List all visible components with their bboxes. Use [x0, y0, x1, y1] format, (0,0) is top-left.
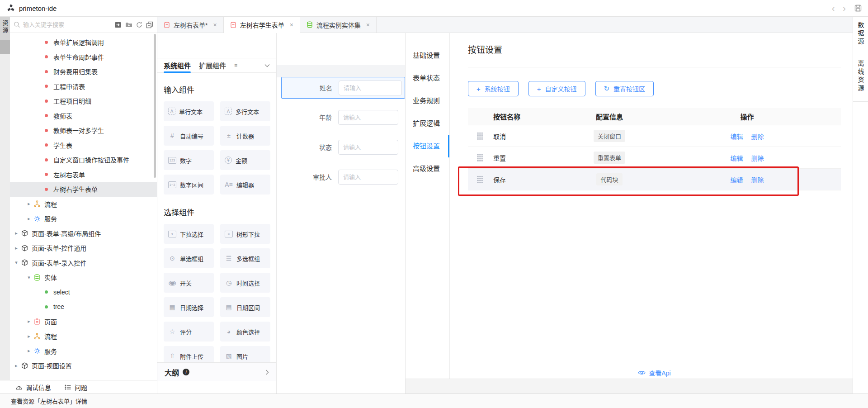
palette-tab[interactable]: 系统组件 [164, 58, 191, 72]
palette-item[interactable]: ▾ 下拉选择 [164, 224, 214, 244]
collapse-all-icon[interactable] [146, 21, 153, 28]
palette-tab[interactable]: 扩展组件 [199, 58, 226, 72]
palette-item[interactable]: ▤ 日期区间 [220, 297, 270, 317]
right-dock-tab[interactable]: 离线资源 [853, 55, 868, 102]
view-api-link[interactable]: 查看Api [638, 368, 670, 377]
form-field-row[interactable]: 姓名 [281, 77, 405, 99]
palette-item[interactable]: ⊙ 单选框组 [164, 248, 214, 268]
editor-tab[interactable]: 流程实例实体集 × [300, 17, 377, 33]
add-button[interactable]: + 系统按钮 [468, 81, 519, 96]
field-input[interactable] [338, 170, 398, 185]
chevron-right-icon[interactable] [265, 370, 269, 375]
delete-link[interactable]: 删除 [751, 133, 764, 140]
tree-item[interactable]: 页面-视图设置 [10, 358, 157, 373]
palette-item[interactable]: A≡ 编辑器 [220, 175, 270, 195]
expand-arrow-icon[interactable] [25, 333, 33, 339]
palette-item[interactable]: # 自动编号 [164, 126, 214, 146]
palette-item[interactable]: ▦ 日期选择 [164, 297, 214, 317]
tree-scrollbar[interactable] [154, 34, 156, 178]
tree-item[interactable]: 教师表 [10, 109, 157, 123]
refresh-icon[interactable] [136, 21, 143, 28]
drag-handle-icon[interactable] [477, 176, 483, 183]
tree-item[interactable]: 实体 [10, 270, 157, 285]
form-field-row[interactable]: 审批人 [281, 169, 405, 185]
tree-item[interactable]: 财务费用归集表 [10, 64, 157, 79]
tree-item[interactable]: 表单扩展逻辑调用 [10, 35, 157, 50]
delete-link[interactable]: 删除 [751, 176, 764, 184]
drag-handle-icon[interactable] [477, 132, 483, 140]
expand-arrow-icon[interactable] [25, 275, 33, 280]
palette-item[interactable]: 123 数字 [164, 150, 214, 170]
settings-nav-item[interactable]: 高级设置 [406, 157, 449, 180]
settings-nav-item[interactable]: 业务规则 [406, 90, 449, 112]
editor-tab[interactable]: 左树右表单* × [157, 17, 224, 33]
tree-item[interactable]: 流程 [10, 197, 157, 212]
new-folder-icon[interactable] [125, 21, 132, 28]
chevron-down-icon[interactable] [264, 64, 270, 67]
tab-close-icon[interactable]: × [366, 21, 370, 28]
tree-item[interactable]: 学生表 [10, 138, 157, 153]
tab-close-icon[interactable]: × [213, 21, 217, 28]
settings-nav-item[interactable]: 扩展逻辑 [406, 112, 449, 135]
search-input[interactable] [23, 21, 114, 28]
expand-arrow-icon[interactable] [13, 363, 20, 369]
palette-item[interactable]: A 单行文本 [164, 101, 214, 121]
expand-arrow-icon[interactable] [25, 216, 33, 222]
palette-item[interactable]: A 多行文本 [220, 101, 270, 121]
palette-item[interactable]: ± 计数器 [220, 126, 270, 146]
edit-link[interactable]: 编辑 [731, 133, 743, 140]
form-field-row[interactable]: 状态 [281, 139, 405, 155]
settings-nav-item[interactable]: 基础设置 [406, 44, 449, 67]
problems-button[interactable]: 问题 [65, 383, 87, 392]
palette-menu-icon[interactable]: ≡ [234, 62, 237, 69]
palette-item[interactable]: ☆ 评分 [164, 322, 214, 342]
tree-item[interactable]: 页面-表单-高级/布局组件 [10, 226, 157, 241]
tree-item[interactable]: 页面 [10, 314, 157, 329]
tree-item[interactable]: 表单生命周起事件 [10, 50, 157, 65]
import-resource-icon[interactable] [114, 21, 122, 28]
palette-item[interactable]: ◉ 开关 [164, 273, 214, 293]
tree-item[interactable]: select [10, 285, 157, 300]
outline-bar[interactable]: 大纲 i [157, 362, 276, 381]
tree-item[interactable]: 流程 [10, 329, 157, 344]
debug-info-button[interactable]: 调试信息 [15, 383, 51, 392]
tree-item[interactable]: 页面-表单-控件通用 [10, 241, 157, 256]
resources-vertical-tab[interactable]: 资源 [0, 17, 10, 40]
right-dock-tab[interactable]: 数据源 [853, 17, 868, 55]
forward-arrow-icon[interactable]: › [839, 4, 850, 13]
field-input[interactable] [338, 140, 398, 155]
edit-link[interactable]: 编辑 [731, 176, 743, 184]
tree-item[interactable]: 自定义窗口操作按钮及事件 [10, 152, 157, 167]
settings-nav-item[interactable]: 表单状态 [406, 67, 449, 90]
tree-item[interactable]: 左树右表单 [10, 167, 157, 182]
expand-arrow-icon[interactable] [13, 230, 20, 236]
tree-item[interactable]: 服务 [10, 344, 157, 359]
expand-arrow-icon[interactable] [13, 260, 20, 266]
palette-item[interactable]: ◷ 时间选择 [220, 273, 270, 293]
expand-arrow-icon[interactable] [25, 201, 33, 207]
palette-item[interactable]: 1~3 数字区间 [164, 175, 214, 195]
expand-arrow-icon[interactable] [25, 318, 33, 324]
editor-tab[interactable]: 左树右学生表单 × [224, 17, 300, 33]
field-input[interactable] [339, 81, 402, 95]
settings-nav-item[interactable]: 按钮设置 [406, 135, 449, 157]
save-icon[interactable] [854, 5, 862, 12]
edit-link[interactable]: 编辑 [731, 155, 743, 162]
palette-item[interactable]: ◕ 颜色选择 [220, 322, 270, 342]
back-arrow-icon[interactable]: ‹ [828, 4, 839, 13]
tree-item[interactable]: 页面-表单-录入控件 [10, 256, 157, 270]
palette-item[interactable]: ¥ 金额 [220, 150, 270, 170]
tree-item[interactable]: 左树右学生表单 [10, 182, 157, 197]
drag-handle-icon[interactable] [477, 154, 483, 161]
tree-item[interactable]: 教师表一对多学生 [10, 123, 157, 138]
delete-link[interactable]: 删除 [751, 155, 764, 162]
add-button[interactable]: + 自定义按钮 [528, 81, 585, 96]
dock-handle[interactable] [0, 40, 10, 54]
form-field-row[interactable]: 年龄 [281, 109, 405, 125]
palette-item[interactable]: ☰ 多选框组 [220, 248, 270, 268]
field-input[interactable] [338, 110, 398, 125]
tree-item[interactable]: 服务 [10, 211, 157, 226]
expand-arrow-icon[interactable] [13, 245, 20, 251]
expand-arrow-icon[interactable] [25, 348, 33, 354]
palette-item[interactable]: ≡ 树形下拉 [220, 224, 270, 244]
